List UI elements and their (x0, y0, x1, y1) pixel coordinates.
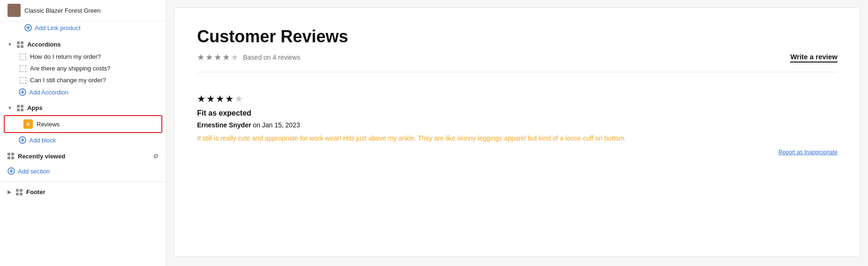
star-5: ★ (231, 52, 238, 63)
review-footer: Report as Inappropriate (197, 149, 838, 156)
add-circle-icon (19, 136, 26, 144)
review-meta: Ernestine Snyder on Jan 15, 2023 (197, 121, 838, 129)
review-star-2: ★ (206, 93, 215, 104)
section-grid-icon (17, 105, 23, 111)
sidebar: Classic Blazer Forest Green Add Link pro… (0, 0, 167, 266)
review-star-1: ★ (197, 93, 206, 104)
collapse-arrow-icon: ▼ (8, 105, 12, 110)
accordion-item-label: How do I return my order? (30, 53, 101, 60)
main-content: Customer Reviews ★ ★ ★ ★ ★ Based on 4 re… (167, 0, 868, 266)
add-section-button[interactable]: Add section (0, 163, 166, 180)
star-badge-icon: ★ (23, 119, 33, 129)
accordion-item[interactable]: Can I still change my order? (0, 74, 166, 86)
add-section-label: Add section (18, 168, 50, 175)
review-author: Ernestine Snyder (197, 121, 251, 129)
apps-label: Apps (27, 104, 43, 111)
reviews-title: Customer Reviews (197, 27, 838, 47)
add-accordion-button[interactable]: Add Accordion (0, 86, 166, 100)
star-2: ★ (206, 52, 213, 63)
star-3: ★ (214, 52, 221, 63)
review-date-connector: on (253, 121, 262, 129)
review-card: ★ ★ ★ ★ ★ Fit as expected Ernestine Snyd… (197, 82, 838, 167)
based-on-text: Based on 4 reviews (243, 54, 300, 61)
overall-rating-left: ★ ★ ★ ★ ★ Based on 4 reviews (197, 52, 300, 63)
add-accordion-label: Add Accordion (29, 89, 69, 96)
eye-off-icon: ⊘ (153, 152, 159, 160)
dashed-square-icon (20, 65, 26, 72)
review-star-4: ★ (225, 93, 234, 104)
write-review-button[interactable]: Write a review (790, 53, 838, 63)
overall-stars: ★ ★ ★ ★ ★ (197, 52, 238, 63)
section-grid-icon (8, 153, 14, 159)
accordions-header[interactable]: ▼ Accordions (0, 36, 166, 51)
accordion-item-label: Are there any shipping costs? (30, 65, 110, 72)
accordion-item[interactable]: Are there any shipping costs? (0, 63, 166, 74)
footer-header[interactable]: ▶ Footer (0, 184, 166, 198)
accordion-item-label: Can I still change my order? (30, 77, 106, 84)
add-circle-icon (8, 167, 15, 175)
divider (0, 181, 166, 182)
star-4: ★ (222, 52, 230, 63)
product-thumbnail (8, 4, 21, 17)
preview-panel: Customer Reviews ★ ★ ★ ★ ★ Based on 4 re… (174, 8, 860, 257)
section-grid-icon (16, 189, 23, 196)
apps-header[interactable]: ▼ Apps (0, 100, 166, 114)
review-star-5: ★ (235, 93, 243, 104)
add-block-label: Add block (29, 137, 56, 144)
section-grid-icon (17, 41, 23, 48)
review-date: Jan 15, 2023 (262, 121, 300, 129)
add-circle-icon (19, 88, 26, 96)
add-link-product-button[interactable]: Add Link product (0, 21, 166, 36)
expand-arrow-icon: ▶ (8, 189, 11, 195)
dashed-square-icon (20, 77, 26, 84)
report-link[interactable]: Report as Inappropriate (778, 149, 838, 156)
product-item[interactable]: Classic Blazer Forest Green (0, 0, 166, 21)
review-headline: Fit as expected (197, 109, 838, 117)
review-star-3: ★ (216, 93, 224, 104)
add-circle-icon (24, 24, 32, 31)
recently-viewed-left: Recently viewed (8, 153, 65, 160)
footer-label: Footer (26, 188, 45, 196)
review-stars: ★ ★ ★ ★ ★ (197, 93, 838, 104)
product-name: Classic Blazer Forest Green (24, 7, 101, 14)
star-1: ★ (197, 52, 205, 63)
accordions-label: Accordions (27, 41, 61, 48)
reviews-label: Reviews (37, 121, 60, 128)
overall-rating: ★ ★ ★ ★ ★ Based on 4 reviews Write a rev… (197, 52, 838, 72)
recently-viewed-label: Recently viewed (18, 153, 65, 160)
reviews-item[interactable]: ★ Reviews (4, 115, 162, 133)
collapse-arrow-icon: ▼ (8, 42, 12, 47)
review-body: It still is really cute and appropriate … (197, 133, 647, 143)
dashed-square-icon (20, 54, 26, 60)
recently-viewed-header[interactable]: Recently viewed ⊘ (0, 148, 166, 163)
add-link-label: Add Link product (35, 24, 81, 31)
accordion-item[interactable]: How do I return my order? (0, 51, 166, 63)
add-block-button[interactable]: Add block (0, 134, 166, 148)
